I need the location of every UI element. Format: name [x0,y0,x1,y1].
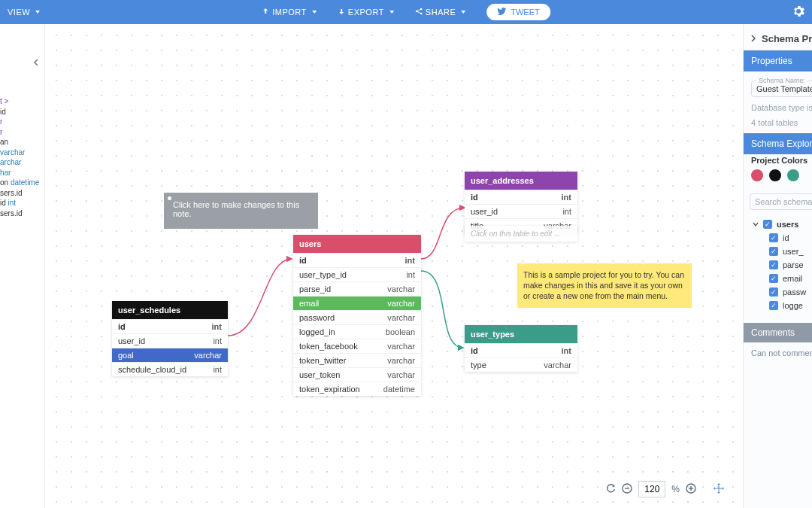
table-row[interactable]: idint [465,190,577,204]
table-row[interactable]: token_facebookvarchar [293,339,421,353]
panel-title: Schema Prop [762,33,812,44]
schema-canvas[interactable]: Click here to make changes to this note.… [45,24,743,508]
right-panel: Schema Prop Properties Schema Name: Gues… [743,24,812,508]
tree-field-label: id [783,233,789,242]
tree-item-label[interactable]: users [777,220,798,229]
table-row[interactable]: schedule_cloud_idint [112,362,228,376]
checkbox-icon[interactable]: ✓ [769,287,778,297]
tree-field[interactable]: ✓logge [748,299,812,312]
table-row[interactable]: idint [465,343,577,357]
tree-field-label: email [783,274,802,283]
table-row[interactable]: idint [293,253,421,267]
checkbox-icon[interactable]: ✓ [769,247,778,256]
search-schema-input[interactable]: Search schema [750,193,812,210]
tree-field-label: parse [783,260,804,269]
table-ghost-hint[interactable]: Click on this table to edit ... [465,226,577,242]
tree-field[interactable]: ✓user_ [748,245,812,258]
table-header: user_types [465,325,577,343]
tree-field[interactable]: ✓email [748,272,812,285]
table-header: users [293,235,421,253]
note-yellow-text: This is a sample project for you to try.… [523,270,684,300]
table-users[interactable]: users idintuser_type_idintparse_idvarcha… [293,235,421,396]
tree-field-label: passw [783,287,806,297]
checkbox-icon[interactable]: ✓ [769,233,778,242]
import-menu[interactable]: IMPORT [262,8,317,17]
share-icon [415,8,423,17]
zoom-controls: % [605,481,725,497]
share-label: SHARE [426,8,456,17]
table-row[interactable]: logged_inboolean [293,324,421,339]
table-row[interactable]: emailvarchar [293,296,421,310]
tree-field[interactable]: ✓parse [748,258,812,272]
table-row[interactable]: user_idint [112,333,228,348]
chevron-right-icon[interactable] [750,33,757,44]
export-menu[interactable]: EXPORT [338,8,394,17]
ghost-hint-text: Click on this table to edit ... [465,226,577,242]
checkbox-icon[interactable]: ✓ [769,274,778,283]
note-grey-text: Click here to make changes to this note. [173,200,299,218]
comments-tab[interactable]: Comments [744,323,812,342]
download-icon [338,8,345,17]
table-user-addresses[interactable]: user_addresses idintuser_idinttitlevarch… [465,172,577,233]
sticky-note-grey[interactable]: Click here to make changes to this note. [164,193,318,229]
zoom-in-icon[interactable] [686,483,696,496]
checkbox-icon[interactable]: ✓ [769,260,778,269]
table-header: user_schedules [112,301,228,319]
zoom-unit: % [671,484,680,494]
upload-icon [262,8,269,17]
color-swatch[interactable] [751,169,763,181]
checkbox-icon[interactable]: ✓ [763,220,772,229]
top-toolbar: VIEW IMPORT EXPORT SHARE TWEET [0,0,812,24]
schema-explorer-tab[interactable]: Schema Explorer [744,133,812,154]
table-user-schedules[interactable]: user_schedules idintuser_idintgoalvarcha… [112,301,228,376]
gear-icon[interactable] [792,5,804,19]
tree-field[interactable]: ✓id [748,231,812,245]
total-tables-text: 4 total tables [751,118,812,127]
table-header: user_addresses [465,172,577,190]
tweet-button[interactable]: TWEET [486,4,550,20]
db-type-text: Database type is [751,103,812,112]
schema-name-label: Schema Name: [756,77,807,84]
tree-field-label: logge [783,301,803,310]
table-row[interactable]: passwordvarchar [293,310,421,324]
table-row[interactable]: parse_idvarchar [293,281,421,296]
move-icon[interactable] [713,482,725,497]
table-row[interactable]: user_type_idint [293,267,421,281]
comments-empty-text: Can not commen [744,342,812,364]
table-row[interactable]: token_expirationdatetime [293,382,421,396]
code-panel: t >idrranvarchararcharharon datetimesers… [0,24,45,508]
collapse-left-icon[interactable] [32,59,40,69]
zoom-input[interactable] [638,481,665,497]
properties-tab[interactable]: Properties [744,50,812,71]
schema-name-value: Guest Template [756,84,812,93]
table-row[interactable]: goalvarchar [112,348,228,362]
table-row[interactable]: user_tokenvarchar [293,367,421,382]
table-row[interactable]: token_twittervarchar [293,353,421,367]
chevron-down-icon[interactable] [753,220,759,229]
table-row[interactable]: user_idint [465,204,577,218]
table-row[interactable]: typevarchar [465,357,577,372]
tweet-label: TWEET [511,8,540,17]
sticky-note-yellow[interactable]: This is a sample project for you to try.… [517,263,692,308]
checkbox-icon[interactable]: ✓ [769,301,778,310]
project-colors-label: Project Colors [744,154,812,168]
import-label: IMPORT [272,8,307,17]
tree-field[interactable]: ✓passw [748,285,812,299]
refresh-icon[interactable] [605,483,616,496]
zoom-out-icon[interactable] [622,483,632,496]
twitter-icon [497,8,506,17]
tree-field-label: user_ [783,247,804,256]
share-menu[interactable]: SHARE [415,8,465,17]
color-swatch[interactable] [769,169,781,181]
schema-name-field[interactable]: Schema Name: Guest Template [751,81,812,97]
color-swatch[interactable] [787,169,799,181]
table-row[interactable]: idint [112,319,228,333]
table-user-types[interactable]: user_types idinttypevarchar [465,325,577,372]
view-menu[interactable]: VIEW [8,8,40,17]
export-label: EXPORT [348,8,384,17]
